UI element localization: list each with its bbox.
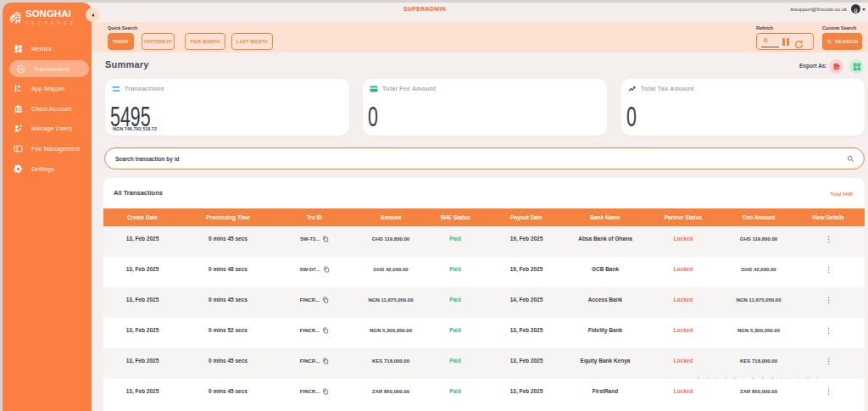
svg-text:PDF: PDF <box>835 66 839 69</box>
